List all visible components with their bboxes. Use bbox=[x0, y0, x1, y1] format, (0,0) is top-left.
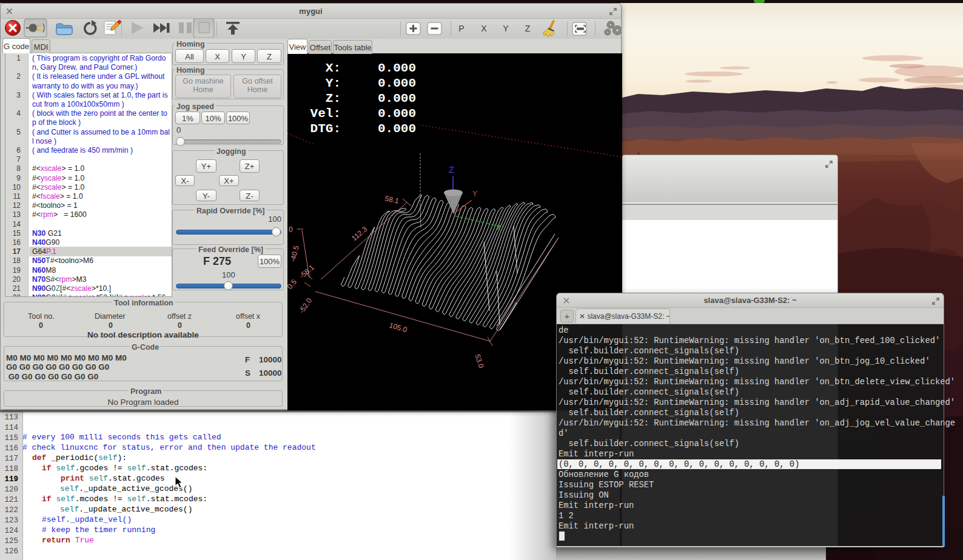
svg-text:105.0: 105.0 bbox=[388, 321, 408, 334]
svg-text:0: 0 bbox=[289, 225, 293, 234]
svg-text:Y: Y bbox=[503, 24, 509, 33]
svg-text:Z: Z bbox=[525, 24, 531, 33]
svg-text:Y: Y bbox=[472, 190, 477, 199]
svg-text:Y:: Y: bbox=[326, 76, 341, 90]
svg-text:0.000: 0.000 bbox=[378, 122, 416, 136]
svg-text:Z:: Z: bbox=[326, 92, 341, 105]
svg-text:Vel:: Vel: bbox=[310, 107, 341, 121]
svg-text:DTG:: DTG: bbox=[310, 122, 341, 136]
svg-text:-58.1: -58.1 bbox=[298, 263, 316, 281]
svg-text:0.000: 0.000 bbox=[378, 107, 416, 121]
svg-text:112.3: 112.3 bbox=[350, 225, 369, 243]
svg-text:P: P bbox=[458, 24, 464, 33]
svg-text:Z: Z bbox=[449, 165, 454, 176]
svg-text:58.1: 58.1 bbox=[384, 194, 400, 205]
svg-text:X:: X: bbox=[326, 61, 341, 75]
svg-text:0.000: 0.000 bbox=[378, 76, 416, 90]
svg-text:X: X bbox=[496, 224, 501, 233]
svg-text:53.0: 53.0 bbox=[473, 353, 486, 370]
svg-text:X: X bbox=[481, 24, 487, 33]
svg-text:0.5: 0.5 bbox=[287, 278, 298, 291]
svg-text:0.000: 0.000 bbox=[378, 92, 416, 105]
svg-text:-40.5: -40.5 bbox=[288, 244, 301, 262]
svg-text:0.000: 0.000 bbox=[378, 61, 416, 75]
svg-text:-52.0: -52.0 bbox=[297, 296, 314, 315]
